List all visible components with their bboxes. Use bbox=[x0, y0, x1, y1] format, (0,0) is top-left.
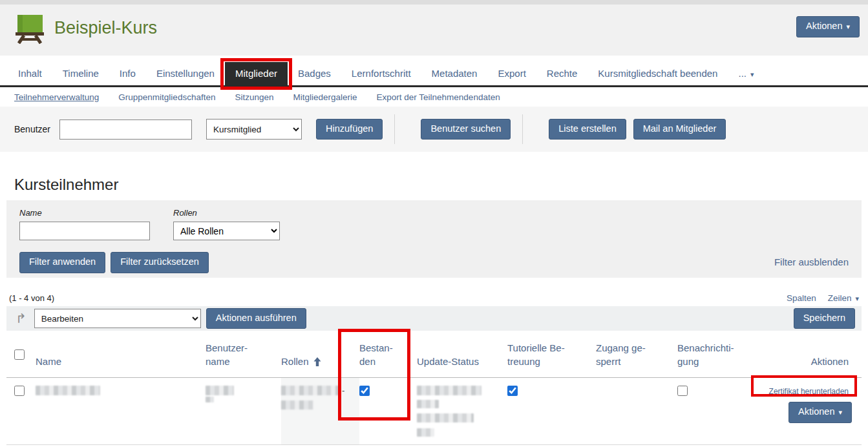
apply-to-selection-icon: ↱ bbox=[16, 311, 26, 326]
caret-down-icon: ▾ bbox=[855, 295, 859, 303]
cell-tutorielle-betreuung bbox=[507, 386, 596, 399]
zeilen-link[interactable]: Zeilen▾ bbox=[828, 293, 859, 303]
bulk-action-select[interactable]: Bearbeiten bbox=[34, 309, 201, 328]
col-header-tutorielle-betreuung[interactable]: Tutorielle Be-treuung bbox=[507, 341, 596, 378]
tab-einstellungen[interactable]: Einstellungen bbox=[146, 62, 225, 85]
tab-metadaten[interactable]: Metadaten bbox=[421, 62, 488, 85]
benutzer-input[interactable] bbox=[59, 120, 192, 140]
subtab-gruppenmitgliedschaften[interactable]: Gruppenmitgliedschaften bbox=[118, 92, 215, 102]
filter-anwenden-button[interactable]: Filter anwenden bbox=[19, 252, 105, 273]
subtab-teilnehmerverwaltung[interactable]: Teilnehmerverwaltung bbox=[14, 92, 99, 102]
col-header-rollen[interactable]: Rollen bbox=[281, 355, 359, 377]
col-header-benutzername[interactable]: Benutzer-name bbox=[206, 341, 281, 378]
bulk-actions-toolbar: ↱ Bearbeiten Aktionen ausführen Speicher… bbox=[6, 306, 862, 331]
tab-badges[interactable]: Badges bbox=[288, 62, 341, 85]
result-count: (1 - 4 von 4) bbox=[9, 293, 54, 303]
tab-info[interactable]: Info bbox=[109, 62, 146, 85]
col-header-update-status[interactable]: Update-Status bbox=[417, 355, 507, 377]
redacted-username bbox=[206, 397, 214, 402]
cell-rollen: - bbox=[281, 378, 359, 444]
tutorielle-betreuung-checkbox[interactable] bbox=[507, 386, 518, 396]
cell-name bbox=[36, 386, 206, 395]
redacted-status bbox=[417, 400, 439, 408]
header-actions-button[interactable]: Aktionen▾ bbox=[796, 16, 860, 37]
redacted-role bbox=[281, 386, 341, 395]
participants-table: (1 - 4 von 4) Spalten Zeilen▾ ↱ Bearbeit… bbox=[6, 289, 862, 445]
cell-bestanden bbox=[359, 386, 417, 399]
filter-rollen-label: Rollen bbox=[173, 208, 280, 218]
course-icon bbox=[14, 13, 45, 47]
row-aktionen-button[interactable]: Aktionen▾ bbox=[789, 402, 852, 423]
tab-export[interactable]: Export bbox=[487, 62, 536, 85]
liste-erstellen-button[interactable]: Liste erstellen bbox=[549, 119, 626, 140]
page-title: Beispiel-Kurs bbox=[54, 18, 157, 38]
toolbar-divider bbox=[522, 114, 523, 144]
toolbar-divider bbox=[394, 114, 395, 144]
caret-down-icon: ▾ bbox=[838, 408, 842, 417]
subtab-mitgliedergalerie[interactable]: Mitgliedergalerie bbox=[293, 92, 357, 102]
benutzer-suchen-button[interactable]: Benutzer suchen bbox=[421, 119, 511, 140]
tab-inhalt[interactable]: Inhalt bbox=[8, 62, 52, 85]
col-header-bestanden[interactable]: Bestan-den bbox=[359, 341, 417, 378]
filter-panel: Name Rollen Alle Rollen Filter anwenden … bbox=[6, 200, 862, 278]
redacted-status bbox=[417, 386, 482, 395]
filter-rollen-select[interactable]: Alle Rollen bbox=[173, 222, 280, 240]
tab-more[interactable]: ...▾ bbox=[728, 62, 764, 85]
section-heading: Kursteilnehmer bbox=[14, 176, 868, 194]
subtab-sitzungen[interactable]: Sitzungen bbox=[235, 92, 273, 102]
tab-rechte[interactable]: Rechte bbox=[536, 62, 588, 85]
aktionen-ausfuehren-button[interactable]: Aktionen ausführen bbox=[206, 308, 306, 329]
tab-kursmitgliedschaft-beenden[interactable]: Kursmitgliedschaft beenden bbox=[587, 62, 728, 85]
filter-zuruecksetzen-button[interactable]: Filter zurücksetzen bbox=[111, 252, 209, 273]
redacted-role bbox=[281, 400, 313, 410]
row-select-checkbox[interactable] bbox=[14, 386, 25, 396]
col-header-zugang-gesperrt[interactable]: Zugang ge-sperrt bbox=[596, 341, 677, 378]
sort-ascending-icon bbox=[313, 357, 321, 366]
spalten-link[interactable]: Spalten bbox=[787, 293, 816, 303]
bestanden-checkbox[interactable] bbox=[359, 386, 370, 396]
header-band: Beispiel-Kurs Aktionen▾ bbox=[0, 0, 868, 56]
page: { "icons": { "caret_down": "▾", "pipe_ar… bbox=[0, 0, 868, 447]
cell-aktionen: Zertifikat herunterladen Aktionen▾ bbox=[761, 386, 862, 423]
benutzer-label: Benutzer bbox=[14, 124, 50, 134]
mail-an-mitglieder-button[interactable]: Mail an Mitglieder bbox=[633, 119, 726, 140]
subtab-bar: Teilnehmerverwaltung Gruppenmitgliedscha… bbox=[0, 87, 868, 107]
caret-down-icon: ▾ bbox=[846, 23, 850, 31]
tab-bar: Inhalt Timeline Info Einstellungen Mitgl… bbox=[0, 56, 868, 87]
cell-benachrichtigung bbox=[677, 386, 761, 399]
caret-down-icon: ▾ bbox=[750, 70, 754, 79]
col-header-benachrichtigung[interactable]: Benachrichti-gung bbox=[677, 341, 761, 378]
redacted-status bbox=[417, 413, 474, 422]
filter-name-label: Name bbox=[19, 208, 150, 218]
filter-name-input[interactable] bbox=[19, 222, 150, 240]
benachrichtigung-checkbox[interactable] bbox=[677, 386, 688, 396]
table-header-row: Name Benutzer-name Rollen Bestan-den Upd… bbox=[6, 331, 862, 378]
redacted-username bbox=[206, 386, 234, 395]
tab-mitglieder[interactable]: Mitglieder bbox=[225, 62, 288, 85]
add-user-toolbar: Benutzer Kursmitglied Hinzufügen Benutze… bbox=[0, 107, 868, 152]
speichern-button[interactable]: Speichern bbox=[794, 308, 855, 329]
select-all-checkbox[interactable] bbox=[14, 349, 25, 360]
col-header-name[interactable]: Name bbox=[36, 355, 206, 377]
redacted-status bbox=[417, 428, 434, 437]
hinzufuegen-button[interactable]: Hinzufügen bbox=[316, 119, 383, 140]
tab-timeline[interactable]: Timeline bbox=[52, 62, 109, 85]
tab-lernfortschritt[interactable]: Lernfortschritt bbox=[341, 62, 421, 85]
zertifikat-herunterladen-link[interactable]: Zertifikat herunterladen bbox=[769, 387, 849, 396]
role-select[interactable]: Kursmitglied bbox=[206, 119, 302, 140]
cell-benutzername bbox=[206, 386, 281, 402]
filter-ausblenden-link[interactable]: Filter ausblenden bbox=[774, 256, 849, 267]
cell-update-status bbox=[417, 386, 507, 437]
col-header-aktionen: Aktionen bbox=[761, 355, 862, 377]
subtab-export-teilnehmendendaten[interactable]: Export der Teilnehmendendaten bbox=[377, 92, 500, 102]
redacted-name bbox=[36, 386, 100, 395]
table-row: - Zertifikat herunterladen Aktionen▾ bbox=[6, 378, 862, 445]
